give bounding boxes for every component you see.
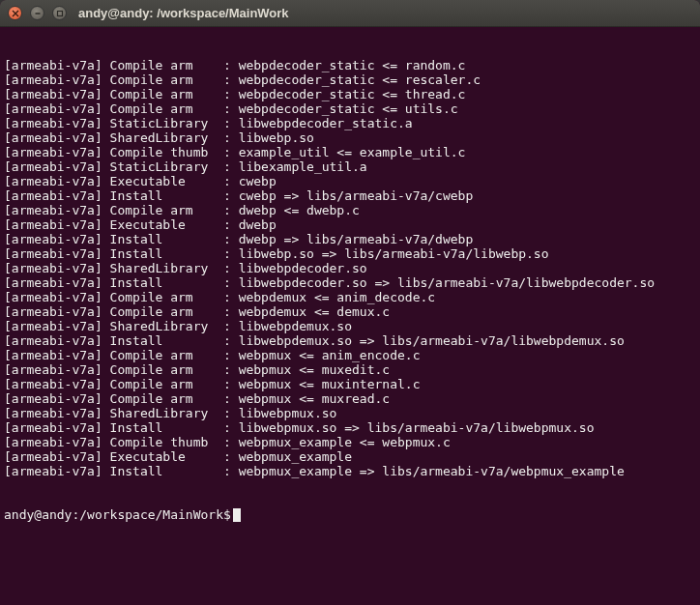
terminal-line: [armeabi-v7a] Install : webpmux_example … <box>4 464 696 478</box>
terminal-line: [armeabi-v7a] Compile arm : webpmux <= a… <box>4 348 696 362</box>
terminal-line: [armeabi-v7a] SharedLibrary : libwebpmux… <box>4 406 696 420</box>
terminal-line: [armeabi-v7a] Install : libwebp.so => li… <box>4 246 696 261</box>
terminal-line: [armeabi-v7a] Compile arm : dwebp <= dwe… <box>4 203 696 217</box>
svg-rect-0 <box>57 11 62 15</box>
terminal-line: [armeabi-v7a] Compile arm : webpdemux <=… <box>4 290 696 304</box>
window-title: andy@andy: /workspace/MainWork <box>78 6 289 20</box>
terminal-line: [armeabi-v7a] Compile arm : webpdecoder_… <box>4 101 696 116</box>
terminal-line: [armeabi-v7a] Executable : dwebp <box>4 217 696 232</box>
terminal-line: [armeabi-v7a] StaticLibrary : libwebpdec… <box>4 116 696 130</box>
terminal-line: [armeabi-v7a] SharedLibrary : libwebpdec… <box>4 261 696 275</box>
terminal-line: [armeabi-v7a] Compile thumb : example_ut… <box>4 145 696 159</box>
prompt-text: andy@andy:/workspace/MainWork$ <box>4 507 231 522</box>
terminal-line: [armeabi-v7a] Install : cwebp => libs/ar… <box>4 188 696 203</box>
maximize-icon[interactable] <box>52 6 67 20</box>
terminal-line: [armeabi-v7a] Compile arm : webpdecoder_… <box>4 58 696 72</box>
terminal-line: [armeabi-v7a] SharedLibrary : libwebp.so <box>4 130 696 145</box>
terminal-body[interactable]: [armeabi-v7a] Compile arm : webpdecoder_… <box>0 27 700 605</box>
terminal-line: [armeabi-v7a] Compile arm : webpdemux <=… <box>4 304 696 319</box>
terminal-line: [armeabi-v7a] SharedLibrary : libwebpdem… <box>4 319 696 333</box>
terminal-line: [armeabi-v7a] Compile thumb : webpmux_ex… <box>4 435 696 449</box>
terminal-line: [armeabi-v7a] Compile arm : webpmux <= m… <box>4 377 696 391</box>
terminal-window: andy@andy: /workspace/MainWork [armeabi-… <box>0 0 700 605</box>
terminal-line: [armeabi-v7a] StaticLibrary : libexample… <box>4 159 696 174</box>
terminal-line: [armeabi-v7a] Install : libwebpdemux.so … <box>4 333 696 348</box>
terminal-line: [armeabi-v7a] Install : dwebp => libs/ar… <box>4 232 696 246</box>
terminal-line: [armeabi-v7a] Compile arm : webpdecoder_… <box>4 87 696 101</box>
terminal-line: [armeabi-v7a] Install : libwebpdecoder.s… <box>4 275 696 290</box>
terminal-line: [armeabi-v7a] Executable : cwebp <box>4 174 696 188</box>
terminal-line: [armeabi-v7a] Install : libwebpmux.so =>… <box>4 420 696 435</box>
close-icon[interactable] <box>8 6 22 20</box>
prompt-line[interactable]: andy@andy:/workspace/MainWork$ <box>4 507 696 522</box>
titlebar[interactable]: andy@andy: /workspace/MainWork <box>0 0 700 27</box>
terminal-output: [armeabi-v7a] Compile arm : webpdecoder_… <box>4 58 696 478</box>
terminal-line: [armeabi-v7a] Compile arm : webpmux <= m… <box>4 362 696 377</box>
terminal-line: [armeabi-v7a] Compile arm : webpmux <= m… <box>4 391 696 406</box>
cursor <box>233 508 241 522</box>
terminal-line: [armeabi-v7a] Compile arm : webpdecoder_… <box>4 72 696 87</box>
minimize-icon[interactable] <box>30 6 44 20</box>
terminal-line: [armeabi-v7a] Executable : webpmux_examp… <box>4 449 696 464</box>
